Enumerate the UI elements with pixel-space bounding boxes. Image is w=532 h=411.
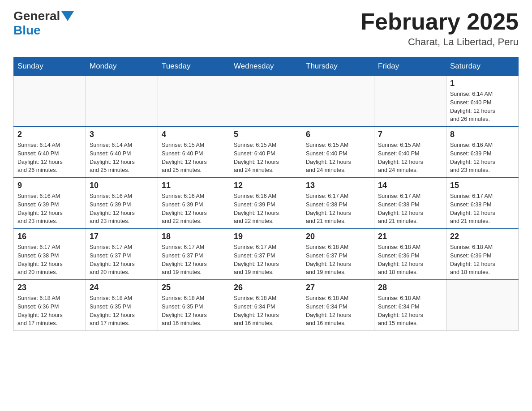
calendar-day-cell: 22Sunrise: 6:18 AMSunset: 6:36 PMDayligh… [446,229,519,280]
calendar-day-cell: 10Sunrise: 6:16 AMSunset: 6:39 PMDayligh… [86,178,158,229]
day-info: Sunrise: 6:16 AMSunset: 6:39 PMDaylight:… [90,192,154,226]
logo-triangle-icon [61,11,74,21]
day-info: Sunrise: 6:18 AMSunset: 6:37 PMDaylight:… [306,243,370,277]
day-number: 20 [306,232,370,241]
calendar-day-cell [86,76,158,127]
day-number: 12 [234,181,298,190]
subtitle: Charat, La Libertad, Peru [360,36,519,48]
calendar-week-row: 9Sunrise: 6:16 AMSunset: 6:39 PMDaylight… [14,178,519,229]
day-info: Sunrise: 6:15 AMSunset: 6:40 PMDaylight:… [234,141,298,175]
day-number: 13 [306,181,370,190]
calendar-day-cell: 12Sunrise: 6:16 AMSunset: 6:39 PMDayligh… [230,178,302,229]
calendar-day-cell: 18Sunrise: 6:17 AMSunset: 6:37 PMDayligh… [158,229,230,280]
calendar-table: SundayMondayTuesdayWednesdayThursdayFrid… [13,57,519,331]
day-number: 15 [450,181,515,190]
calendar-day-cell: 5Sunrise: 6:15 AMSunset: 6:40 PMDaylight… [230,127,302,178]
day-number: 14 [378,181,442,190]
calendar-day-cell: 2Sunrise: 6:14 AMSunset: 6:40 PMDaylight… [14,127,86,178]
day-of-week-header: Monday [86,57,158,76]
calendar-week-row: 23Sunrise: 6:18 AMSunset: 6:36 PMDayligh… [14,280,519,331]
day-of-week-header: Sunday [14,57,86,76]
day-number: 2 [17,130,82,139]
day-info: Sunrise: 6:15 AMSunset: 6:40 PMDaylight:… [162,141,226,175]
calendar-day-cell [374,76,446,127]
day-info: Sunrise: 6:18 AMSunset: 6:34 PMDaylight:… [306,294,370,328]
calendar-day-cell: 1Sunrise: 6:14 AMSunset: 6:40 PMDaylight… [446,76,519,127]
day-of-week-header: Tuesday [158,57,230,76]
day-info: Sunrise: 6:15 AMSunset: 6:40 PMDaylight:… [378,141,442,175]
day-number: 23 [17,283,82,292]
day-number: 6 [306,130,370,139]
calendar-week-row: 1Sunrise: 6:14 AMSunset: 6:40 PMDaylight… [14,76,519,127]
calendar-day-cell [446,280,519,331]
day-number: 9 [17,181,82,190]
calendar-day-cell: 9Sunrise: 6:16 AMSunset: 6:39 PMDaylight… [14,178,86,229]
calendar-day-cell: 11Sunrise: 6:16 AMSunset: 6:39 PMDayligh… [158,178,230,229]
calendar-week-row: 16Sunrise: 6:17 AMSunset: 6:38 PMDayligh… [14,229,519,280]
day-info: Sunrise: 6:18 AMSunset: 6:35 PMDaylight:… [90,294,154,328]
page-header: General Blue February 2025 Charat, La Li… [13,9,519,48]
calendar-day-cell: 19Sunrise: 6:17 AMSunset: 6:37 PMDayligh… [230,229,302,280]
day-number: 28 [378,283,442,292]
day-info: Sunrise: 6:17 AMSunset: 6:38 PMDaylight:… [17,243,82,277]
day-number: 25 [162,283,226,292]
day-number: 16 [17,232,82,241]
calendar-header-row: SundayMondayTuesdayWednesdayThursdayFrid… [14,57,519,76]
logo: General Blue [13,9,74,38]
day-info: Sunrise: 6:18 AMSunset: 6:36 PMDaylight:… [450,243,515,277]
day-info: Sunrise: 6:17 AMSunset: 6:38 PMDaylight:… [306,192,370,226]
day-info: Sunrise: 6:17 AMSunset: 6:37 PMDaylight:… [90,243,154,277]
day-info: Sunrise: 6:17 AMSunset: 6:38 PMDaylight:… [378,192,442,226]
calendar-day-cell: 8Sunrise: 6:16 AMSunset: 6:39 PMDaylight… [446,127,519,178]
day-info: Sunrise: 6:16 AMSunset: 6:39 PMDaylight:… [17,192,82,226]
day-info: Sunrise: 6:15 AMSunset: 6:40 PMDaylight:… [306,141,370,175]
day-number: 24 [90,283,154,292]
logo-general-text: General [13,9,60,23]
day-number: 5 [234,130,298,139]
day-info: Sunrise: 6:18 AMSunset: 6:34 PMDaylight:… [378,294,442,328]
day-number: 3 [90,130,154,139]
day-number: 18 [162,232,226,241]
day-info: Sunrise: 6:18 AMSunset: 6:36 PMDaylight:… [17,294,82,328]
calendar-day-cell: 26Sunrise: 6:18 AMSunset: 6:34 PMDayligh… [230,280,302,331]
day-of-week-header: Wednesday [230,57,302,76]
calendar-day-cell: 20Sunrise: 6:18 AMSunset: 6:37 PMDayligh… [302,229,374,280]
calendar-day-cell: 13Sunrise: 6:17 AMSunset: 6:38 PMDayligh… [302,178,374,229]
day-number: 10 [90,181,154,190]
day-info: Sunrise: 6:18 AMSunset: 6:34 PMDaylight:… [234,294,298,328]
calendar-day-cell: 21Sunrise: 6:18 AMSunset: 6:36 PMDayligh… [374,229,446,280]
day-of-week-header: Thursday [302,57,374,76]
calendar-day-cell: 28Sunrise: 6:18 AMSunset: 6:34 PMDayligh… [374,280,446,331]
calendar-day-cell: 17Sunrise: 6:17 AMSunset: 6:37 PMDayligh… [86,229,158,280]
calendar-day-cell: 15Sunrise: 6:17 AMSunset: 6:38 PMDayligh… [446,178,519,229]
day-number: 26 [234,283,298,292]
day-info: Sunrise: 6:17 AMSunset: 6:37 PMDaylight:… [234,243,298,277]
month-title: February 2025 [360,9,519,34]
day-number: 27 [306,283,370,292]
day-info: Sunrise: 6:16 AMSunset: 6:39 PMDaylight:… [162,192,226,226]
day-number: 1 [450,79,515,88]
day-of-week-header: Friday [374,57,446,76]
calendar-day-cell: 16Sunrise: 6:17 AMSunset: 6:38 PMDayligh… [14,229,86,280]
calendar-day-cell: 7Sunrise: 6:15 AMSunset: 6:40 PMDaylight… [374,127,446,178]
calendar-day-cell: 25Sunrise: 6:18 AMSunset: 6:35 PMDayligh… [158,280,230,331]
day-of-week-header: Saturday [446,57,519,76]
day-number: 4 [162,130,226,139]
calendar-day-cell [230,76,302,127]
day-info: Sunrise: 6:17 AMSunset: 6:37 PMDaylight:… [162,243,226,277]
day-info: Sunrise: 6:18 AMSunset: 6:36 PMDaylight:… [378,243,442,277]
day-info: Sunrise: 6:14 AMSunset: 6:40 PMDaylight:… [90,141,154,175]
day-number: 22 [450,232,515,241]
calendar-day-cell: 24Sunrise: 6:18 AMSunset: 6:35 PMDayligh… [86,280,158,331]
calendar-day-cell: 27Sunrise: 6:18 AMSunset: 6:34 PMDayligh… [302,280,374,331]
day-number: 17 [90,232,154,241]
day-info: Sunrise: 6:14 AMSunset: 6:40 PMDaylight:… [450,90,515,124]
title-block: February 2025 Charat, La Libertad, Peru [360,9,519,48]
calendar-day-cell: 23Sunrise: 6:18 AMSunset: 6:36 PMDayligh… [14,280,86,331]
calendar-day-cell [158,76,230,127]
calendar-day-cell [14,76,86,127]
calendar-day-cell: 6Sunrise: 6:15 AMSunset: 6:40 PMDaylight… [302,127,374,178]
day-number: 19 [234,232,298,241]
day-info: Sunrise: 6:14 AMSunset: 6:40 PMDaylight:… [17,141,82,175]
calendar-week-row: 2Sunrise: 6:14 AMSunset: 6:40 PMDaylight… [14,127,519,178]
